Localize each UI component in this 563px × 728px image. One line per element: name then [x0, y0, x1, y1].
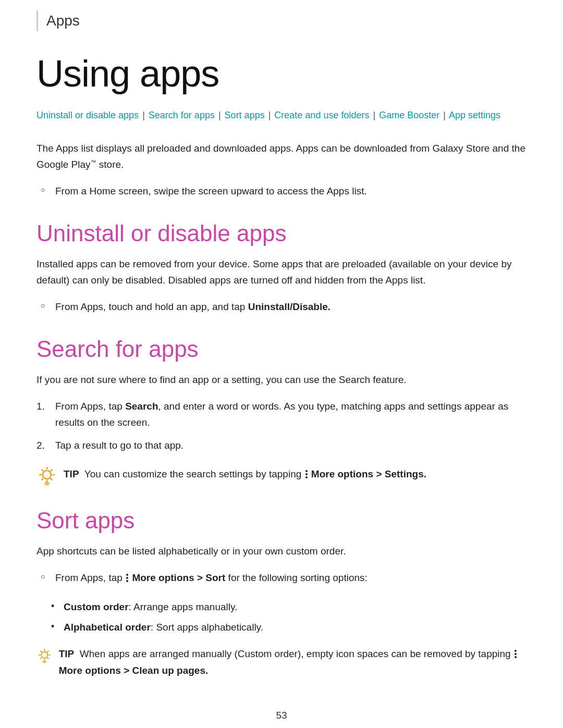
sort-sub-item-custom: Custom order: Arrange apps manually. [36, 599, 527, 615]
search-step-1: 1. From Apps, tap Search, and enter a wo… [36, 398, 527, 431]
sort-more-options-bold: More options > Sort [132, 572, 225, 583]
toc-link-uninstall[interactable]: Uninstall or disable apps [36, 110, 139, 120]
tip-lightbulb-icon [36, 466, 57, 487]
svg-line-19 [41, 658, 42, 659]
svg-line-8 [42, 479, 43, 480]
svg-line-5 [42, 470, 43, 471]
alpha-order-bold: Alphabetical order [64, 622, 151, 633]
more-options-dots-icon-sort-tip [515, 650, 517, 658]
more-options-dots-icon-sort [126, 574, 128, 582]
uninstall-bullet-list: From Apps, touch and hold an app, and ta… [36, 299, 527, 315]
svg-point-0 [43, 471, 51, 479]
tip-lightbulb-icon-sort [36, 646, 53, 667]
toc-link-folders[interactable]: Create and use folders [274, 110, 369, 120]
svg-line-18 [47, 651, 48, 652]
sort-sub-bullet-list: Custom order: Arrange apps manually. Alp… [36, 599, 527, 636]
more-options-dots-icon [305, 470, 308, 478]
search-paragraph: If you are not sure where to find an app… [36, 372, 527, 388]
sort-tip-text: TIP When apps are arranged manually (Cus… [59, 646, 527, 678]
intro-paragraph: The Apps list displays all preloaded and… [36, 140, 527, 173]
page-container: Apps Using apps Uninstall or disable app… [0, 0, 563, 728]
section-heading-search: Search for apps [36, 336, 527, 362]
uninstall-bullet-item: From Apps, touch and hold an app, and ta… [36, 299, 527, 315]
page-title: Using apps [36, 52, 527, 95]
svg-line-6 [51, 479, 52, 480]
toc-links: Uninstall or disable apps | Search for a… [36, 107, 527, 124]
toc-link-sort[interactable]: Sort apps [225, 110, 265, 120]
search-tip-bold: More options > Settings. [311, 468, 426, 479]
intro-bullet-list: From a Home screen, swipe the screen upw… [36, 183, 527, 199]
intro-bullet-item: From a Home screen, swipe the screen upw… [36, 183, 527, 199]
sort-tip-box: TIP When apps are arranged manually (Cus… [36, 646, 527, 678]
search-bold-search: Search [125, 401, 158, 412]
svg-line-17 [47, 658, 48, 659]
breadcrumb-text: Apps [46, 13, 80, 29]
svg-point-11 [41, 652, 47, 658]
page-number: 53 [36, 710, 527, 721]
search-tip-box: TIP You can customize the search setting… [36, 466, 527, 487]
section-heading-uninstall: Uninstall or disable apps [36, 220, 527, 246]
sort-sub-item-alpha: Alphabetical order: Sort apps alphabetic… [36, 619, 527, 635]
svg-line-7 [51, 470, 52, 471]
breadcrumb: Apps [36, 10, 527, 31]
uninstall-bold: Uninstall/Disable. [248, 301, 331, 312]
toc-link-appsettings[interactable]: App settings [449, 110, 500, 120]
sort-paragraph: App shortcuts can be listed alphabetical… [36, 543, 527, 559]
sort-bullet-list: From Apps, tap More options > Sort for t… [36, 570, 527, 586]
search-numbered-list: 1. From Apps, tap Search, and enter a wo… [36, 398, 527, 453]
toc-link-gamebooster[interactable]: Game Booster [379, 110, 439, 120]
uninstall-paragraph: Installed apps can be removed from your … [36, 256, 527, 289]
toc-link-search[interactable]: Search for apps [149, 110, 215, 120]
section-heading-sort: Sort apps [36, 508, 527, 534]
svg-line-16 [41, 651, 42, 652]
search-tip-text: TIP You can customize the search setting… [64, 466, 426, 482]
search-step-2: 2. Tap a result to go to that app. [36, 437, 527, 453]
sort-tip-bold: More options > Clean up pages. [59, 665, 209, 676]
sort-bullet-item: From Apps, tap More options > Sort for t… [36, 570, 527, 586]
custom-order-bold: Custom order [64, 601, 129, 612]
